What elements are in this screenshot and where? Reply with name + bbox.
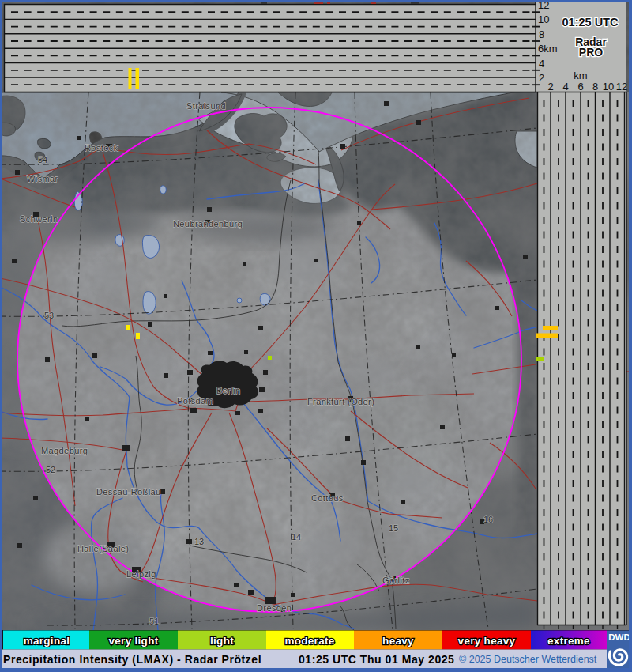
svg-text:10: 10	[603, 81, 614, 92]
svg-text:Wismar: Wismar	[27, 174, 58, 183]
svg-text:13: 13	[194, 537, 204, 546]
svg-text:4: 4	[539, 58, 544, 70]
svg-text:km: km	[574, 70, 587, 81]
svg-text:10: 10	[538, 13, 549, 25]
svg-text:very heavy: very heavy	[458, 635, 516, 647]
svg-text:53: 53	[44, 311, 54, 320]
svg-text:light: light	[210, 635, 234, 647]
svg-text:very light: very light	[108, 635, 158, 647]
svg-text:Frankfurt (Oder): Frankfurt (Oder)	[307, 397, 374, 406]
svg-text:8: 8	[539, 28, 544, 40]
svg-text:Halle(Saale): Halle(Saale)	[77, 544, 129, 553]
svg-text:heavy: heavy	[382, 635, 414, 647]
svg-text:Magdeburg: Magdeburg	[41, 446, 88, 455]
svg-text:6km: 6km	[538, 43, 558, 55]
svg-text:Cottbus: Cottbus	[311, 493, 344, 503]
svg-text:Schwerin: Schwerin	[20, 214, 58, 224]
svg-text:Dessau-Roßlau: Dessau-Roßlau	[96, 487, 161, 496]
svg-text:Görlitz: Görlitz	[382, 576, 410, 585]
svg-text:PRO: PRO	[579, 46, 603, 59]
svg-text:Dresden: Dresden	[257, 603, 292, 613]
svg-text:Rostock: Rostock	[85, 143, 118, 153]
svg-text:Stralsund: Stralsund	[186, 101, 226, 111]
svg-text:Potsdam: Potsdam	[177, 396, 213, 406]
svg-text:extreme: extreme	[547, 635, 590, 647]
svg-text:14: 14	[292, 532, 301, 542]
svg-text:Leipzig: Leipzig	[126, 569, 156, 579]
svg-text:8: 8	[592, 81, 598, 92]
svg-text:52: 52	[46, 465, 55, 474]
svg-text:Neubrandenburg: Neubrandenburg	[173, 219, 243, 228]
svg-text:Berlin: Berlin	[216, 386, 241, 395]
svg-text:4: 4	[562, 81, 568, 92]
svg-text:12: 12	[616, 81, 627, 92]
svg-text:DWD: DWD	[608, 632, 630, 642]
svg-text:54: 54	[38, 155, 47, 164]
svg-text:01:25 UTC Thu 01 May 2025: 01:25 UTC Thu 01 May 2025	[299, 653, 454, 666]
svg-text:6: 6	[577, 81, 583, 92]
svg-text:2: 2	[539, 72, 544, 84]
svg-text:2: 2	[547, 81, 553, 92]
svg-text:01:25 UTC: 01:25 UTC	[562, 16, 619, 28]
svg-text:16: 16	[483, 515, 493, 524]
svg-text:15: 15	[389, 523, 398, 533]
svg-text:51: 51	[149, 617, 159, 626]
svg-text:© 2025 Deutscher Wetterdienst: © 2025 Deutscher Wetterdienst	[459, 654, 597, 665]
svg-text:moderate: moderate	[284, 635, 334, 647]
svg-text:Precipitation Intensity (LMAX): Precipitation Intensity (LMAX) - Radar P…	[3, 653, 261, 666]
svg-text:marginal: marginal	[24, 635, 70, 647]
